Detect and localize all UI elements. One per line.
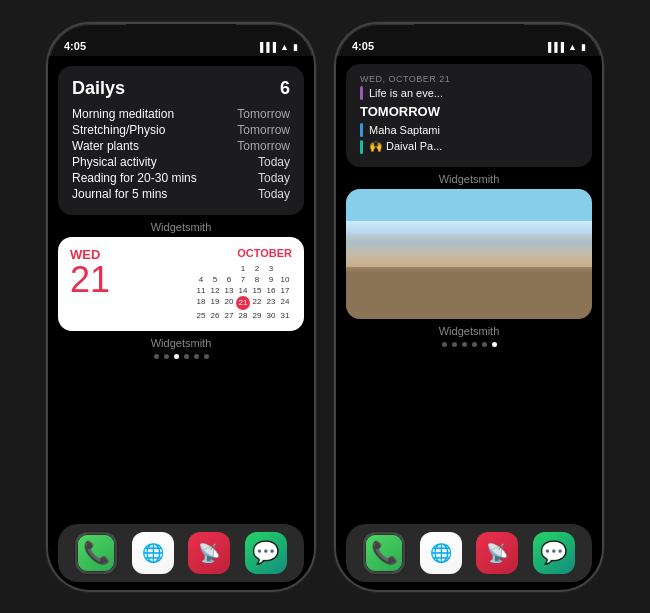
date-label: WED, OCTOBER 21 [360, 74, 578, 84]
dailys-status-6: Today [258, 187, 290, 201]
time-right: 4:05 [352, 40, 374, 52]
dot-3-active [174, 354, 179, 359]
right-screen: WED, OCTOBER 21 Life is an eve... TOMORR… [336, 56, 602, 590]
dot-r4 [472, 342, 477, 347]
event-row-2: Maha Saptami [360, 123, 578, 137]
widgetsmith-label-2: Widgetsmith [48, 337, 314, 349]
cal-cell: 26 [208, 310, 222, 321]
cal-cell: 13 [222, 285, 236, 296]
cal-day-section: WED 21 [70, 247, 110, 298]
cal-cell: 14 [236, 285, 250, 296]
dailys-row-4: Physical activity Today [72, 155, 290, 169]
dot-6 [204, 354, 209, 359]
event-bar-teal [360, 140, 363, 154]
cal-cell: 31 [278, 310, 292, 321]
cal-cell: 17 [278, 285, 292, 296]
cal-cell: 20 [222, 296, 236, 310]
dailys-status-3: Tomorrow [237, 139, 290, 153]
cast-app-icon[interactable]: 📡 [188, 532, 230, 574]
dailys-status-4: Today [258, 155, 290, 169]
cal-cell: 24 [278, 296, 292, 310]
cal-cell [222, 263, 236, 274]
beach-photo [346, 189, 592, 319]
notch-left [126, 24, 236, 50]
date-widget: WED, OCTOBER 21 Life is an eve... TOMORR… [346, 64, 592, 167]
cal-cell: 23 [264, 296, 278, 310]
chrome-app-icon[interactable]: 🌐 [132, 532, 174, 574]
cal-top: WED 21 OCTOBER 1 2 3 4 [70, 247, 292, 321]
cal-cell: 4 [194, 274, 208, 285]
cal-cell [194, 263, 208, 274]
calendar-widget: WED 21 OCTOBER 1 2 3 4 [58, 237, 304, 331]
dot-r3 [462, 342, 467, 347]
dailys-row-6: Journal for 5 mins Today [72, 187, 290, 201]
dot-5 [194, 354, 199, 359]
chrome-app-icon-r[interactable]: 🌐 [420, 532, 462, 574]
dot-r2 [452, 342, 457, 347]
cal-cell [208, 263, 222, 274]
dailys-name-3: Water plants [72, 139, 139, 153]
phone-app-icon[interactable]: 📞 [75, 532, 117, 574]
dailys-row-1: Morning meditation Tomorrow [72, 107, 290, 121]
photo-widget [346, 189, 592, 319]
dailys-header: Dailys 6 [72, 78, 290, 99]
event-bar-blue [360, 123, 363, 137]
cal-cell: 28 [236, 310, 250, 321]
cal-cell: 16 [264, 285, 278, 296]
signal-icon-r: ▐▐▐ [545, 42, 564, 52]
cast-app-icon-r[interactable]: 📡 [476, 532, 518, 574]
dot-r1 [442, 342, 447, 347]
dailys-name-5: Reading for 20-30 mins [72, 171, 197, 185]
dailys-status-5: Today [258, 171, 290, 185]
event-row-1: Life is an eve... [360, 86, 578, 100]
dailys-row-5: Reading for 20-30 mins Today [72, 171, 290, 185]
dailys-row-3: Water plants Tomorrow [72, 139, 290, 153]
cal-cell: 11 [194, 285, 208, 296]
cal-month-name: OCTOBER [194, 247, 292, 259]
dailys-row-2: Stretching/Physio Tomorrow [72, 123, 290, 137]
status-icons-left: ▐▐▐ ▲ ▮ [257, 42, 298, 52]
cal-cell: 3 [264, 263, 278, 274]
battery-icon-r: ▮ [581, 42, 586, 52]
dot-r6-active [492, 342, 497, 347]
cal-cell: 10 [278, 274, 292, 285]
left-screen: Dailys 6 Morning meditation Tomorrow Str… [48, 56, 314, 590]
event-text-2: Maha Saptami [369, 124, 440, 136]
cal-cell: 18 [194, 296, 208, 310]
cal-cell [278, 263, 292, 274]
cal-cell: 6 [222, 274, 236, 285]
event-bar-purple [360, 86, 363, 100]
cal-today-cell: 21 [236, 296, 250, 310]
dailys-name-1: Morning meditation [72, 107, 174, 121]
status-icons-right: ▐▐▐ ▲ ▮ [545, 42, 586, 52]
wifi-icon-r: ▲ [568, 42, 577, 52]
cal-grid: 1 2 3 4 5 6 7 8 9 10 11 12 [194, 263, 292, 321]
event-text-3: 🙌 Daival Pa... [369, 140, 442, 153]
whatsapp-app-icon[interactable]: 💬 [245, 532, 287, 574]
whatsapp-app-icon-r[interactable]: 💬 [533, 532, 575, 574]
widgetsmith-label-r1: Widgetsmith [336, 173, 602, 185]
cal-cell: 12 [208, 285, 222, 296]
battery-icon: ▮ [293, 42, 298, 52]
cal-cell: 15 [250, 285, 264, 296]
cal-cell: 2 [250, 263, 264, 274]
page-dots-right [336, 342, 602, 347]
event-text-1: Life is an eve... [369, 87, 443, 99]
cal-cell: 8 [250, 274, 264, 285]
dock-right: 📞 🌐 📡 💬 [346, 524, 592, 582]
cal-cell: 1 [236, 263, 250, 274]
phone-app-icon-r[interactable]: 📞 [363, 532, 405, 574]
widgetsmith-label-r2: Widgetsmith [336, 325, 602, 337]
cal-day-big: 21 [70, 262, 110, 298]
left-phone: 4:05 ▐▐▐ ▲ ▮ Dailys 6 Morning meditation… [46, 22, 316, 592]
dailys-title: Dailys [72, 78, 125, 99]
tomorrow-header: TOMORROW [360, 104, 578, 119]
cal-cell: 5 [208, 274, 222, 285]
widgetsmith-label-1: Widgetsmith [48, 221, 314, 233]
dailys-name-4: Physical activity [72, 155, 157, 169]
dot-4 [184, 354, 189, 359]
cal-cell: 19 [208, 296, 222, 310]
dailys-name-6: Journal for 5 mins [72, 187, 167, 201]
page-dots-left [48, 354, 314, 359]
dailys-name-2: Stretching/Physio [72, 123, 165, 137]
